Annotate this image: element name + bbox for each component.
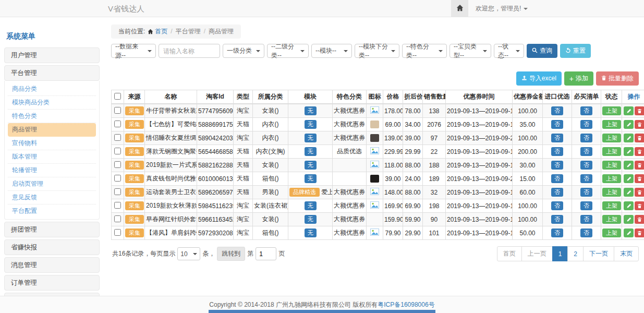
sidebar-item[interactable]: 模块商品分类 [8,96,96,110]
page-button[interactable]: 上一页 [521,246,553,261]
delete-button[interactable] [635,120,644,129]
must-buy-badge[interactable]: 否 [580,106,592,115]
edit-button[interactable] [624,147,634,156]
status-badge[interactable]: 上架 [602,147,621,156]
status-badge[interactable]: 上架 [602,201,621,210]
must-buy-badge[interactable]: 否 [580,120,592,129]
must-buy-badge[interactable]: 否 [580,188,592,197]
sidebar-group[interactable]: 用户管理 [4,47,100,63]
delete-button[interactable] [635,147,644,156]
edit-button[interactable] [624,215,634,224]
sidebar-item[interactable]: 商品管理 [8,123,96,137]
status-badge[interactable]: 上架 [602,215,621,224]
sidebar-item[interactable]: 版本管理 [8,150,96,164]
sidebar-item[interactable]: 宣传物料 [8,137,96,150]
row-checkbox[interactable] [114,134,121,141]
row-checkbox[interactable] [114,161,121,168]
delete-button[interactable] [635,174,644,183]
import-select-badge[interactable]: 否 [551,188,563,197]
status-badge[interactable]: 上架 [602,188,621,197]
edit-button[interactable] [624,228,634,237]
status-badge[interactable]: 上架 [602,134,621,142]
filter-select[interactable]: --二级分类-- [267,44,309,58]
import-select-badge[interactable]: 否 [551,134,563,142]
filter-select[interactable]: 一级分类 [223,44,264,58]
sidebar-group[interactable]: 订单管理 [4,275,100,291]
filter-select[interactable]: --模块-- [311,44,352,58]
must-buy-badge[interactable]: 否 [580,147,592,156]
sidebar-group[interactable]: 平台管理 [4,65,100,81]
page-button[interactable]: 首页 [497,246,522,261]
sidebar-group[interactable]: 拼团管理 [4,222,100,237]
status-badge[interactable]: 上架 [602,174,621,183]
delete-button[interactable] [635,106,644,115]
row-checkbox[interactable] [114,202,121,209]
delete-button[interactable] [635,228,644,237]
page-size-select[interactable]: 10 [177,247,200,260]
status-badge[interactable]: 上架 [602,228,621,237]
delete-button[interactable] [635,134,644,142]
edit-button[interactable] [624,201,634,210]
batch-delete-button[interactable]: 批量删除 [596,71,639,86]
page-jump-input[interactable] [256,247,276,260]
page-button[interactable]: 下一页 [583,246,614,261]
home-button[interactable] [451,0,468,17]
import-select-badge[interactable]: 否 [551,161,563,170]
sidebar-item[interactable]: 特色分类 [8,110,96,123]
edit-button[interactable] [624,106,634,115]
import-select-badge[interactable]: 否 [551,201,563,210]
search-button[interactable]: 查询 [527,44,557,58]
sidebar-item[interactable]: 轮播管理 [8,164,96,177]
jump-button[interactable]: 跳转到 [217,247,245,261]
filter-select[interactable]: --模块下分类-- [355,44,399,58]
sidebar-group[interactable]: 省赚快报 [4,239,100,255]
must-buy-badge[interactable]: 否 [580,201,592,210]
must-buy-badge[interactable]: 否 [580,134,592,142]
breadcrumb-home-link[interactable]: 首页 [155,28,167,35]
edit-button[interactable] [624,120,634,129]
import-select-badge[interactable]: 否 [551,215,563,224]
import-select-badge[interactable]: 否 [551,106,563,115]
status-badge[interactable]: 上架 [602,106,621,115]
delete-button[interactable] [635,161,644,170]
row-checkbox[interactable] [114,107,121,114]
reset-button[interactable]: 重置 [560,44,591,58]
select-all-checkbox[interactable] [114,93,121,100]
edit-button[interactable] [624,161,634,170]
user-menu[interactable]: 欢迎您，管理员! [476,4,528,13]
delete-button[interactable] [635,188,644,197]
delete-button[interactable] [635,215,644,224]
import-select-badge[interactable]: 否 [551,147,563,156]
row-checkbox[interactable] [114,215,121,222]
must-buy-badge[interactable]: 否 [580,161,592,170]
must-buy-badge[interactable]: 否 [580,228,592,237]
page-button[interactable]: 1 [552,246,568,261]
import-select-badge[interactable]: 否 [551,174,563,183]
edit-button[interactable] [624,134,634,142]
filter-select[interactable]: --宝贝类型-- [449,44,491,58]
icp-link[interactable]: 粤ICP备16098006号 [378,300,434,309]
row-checkbox[interactable] [114,175,121,182]
filter-select[interactable]: --特色分类-- [402,44,447,58]
page-button[interactable]: 末页 [614,246,639,261]
filter-select[interactable]: --状态-- [494,44,524,58]
edit-button[interactable] [624,174,634,183]
status-badge[interactable]: 上架 [602,120,621,129]
import-select-badge[interactable]: 否 [551,228,563,237]
sidebar-item[interactable]: 商品分类 [8,82,96,96]
import-excel-button[interactable]: 导入excel [516,71,562,86]
import-select-badge[interactable]: 否 [551,120,563,129]
edit-button[interactable] [624,188,634,197]
delete-button[interactable] [635,201,644,210]
sidebar-group[interactable]: 消息管理 [4,257,100,273]
must-buy-badge[interactable]: 否 [580,215,592,224]
filter-select[interactable]: --数据来源-- [111,44,156,58]
sidebar-item[interactable]: 平台配置 [8,204,96,218]
row-checkbox[interactable] [114,188,121,195]
name-filter-input[interactable] [159,44,220,58]
sidebar-item[interactable]: 意见反馈 [8,191,96,204]
page-button[interactable]: 2 [567,246,584,261]
status-badge[interactable]: 上架 [602,161,621,170]
must-buy-badge[interactable]: 否 [580,174,592,183]
row-checkbox[interactable] [114,229,121,236]
